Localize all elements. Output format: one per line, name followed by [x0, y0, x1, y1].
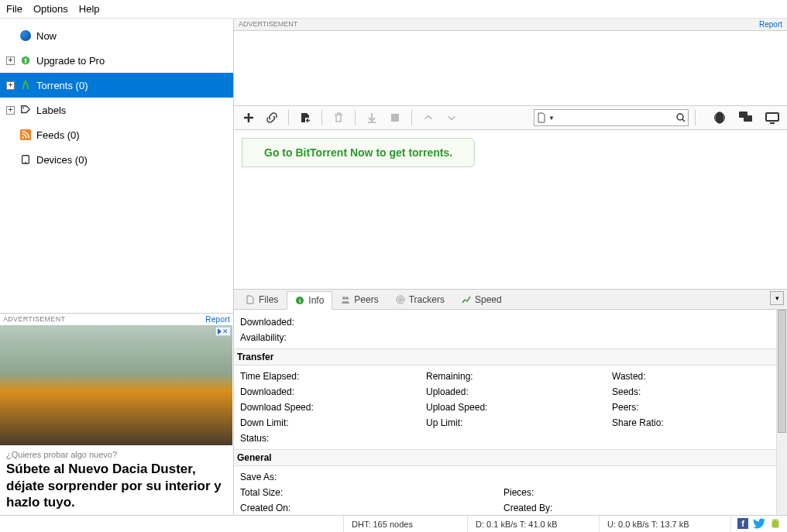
search-dropdown-icon[interactable]: ▼ [547, 115, 556, 122]
sidebar: Now + Upgrade to Pro + Torrents (0) + La… [0, 19, 233, 313]
menu-help[interactable]: Help [79, 3, 100, 15]
ad-report-link[interactable]: Report [205, 315, 230, 324]
chat-button[interactable] [736, 108, 756, 128]
rss-icon [19, 129, 32, 141]
label-created-by: Created By: [503, 500, 781, 515]
search-icon[interactable] [675, 112, 686, 123]
svg-text:i: i [299, 297, 301, 304]
remote-button[interactable] [762, 108, 782, 128]
info-pane: Downloaded: Availability: Transfer Time … [234, 310, 787, 515]
status-dht[interactable]: DHT: 165 nodes [344, 516, 468, 532]
sidebar-label: Torrents (0) [36, 80, 88, 91]
sidebar-item-torrents[interactable]: + Torrents (0) [0, 73, 233, 98]
details-tabs: Files i Info Peers Trackers Speed ▾ [234, 290, 787, 310]
tab-peers[interactable]: Peers [332, 290, 387, 309]
expand-icon[interactable]: + [6, 106, 15, 115]
move-up-button[interactable] [418, 108, 438, 128]
label-pieces: Pieces: [503, 485, 781, 500]
stop-button[interactable] [385, 108, 405, 128]
svg-rect-3 [20, 129, 31, 140]
svg-point-17 [345, 297, 349, 300]
svg-point-4 [22, 136, 24, 139]
info-availability: Availability: [240, 330, 781, 345]
svg-point-9 [677, 114, 683, 120]
start-button[interactable] [362, 108, 382, 128]
sidebar-label: Upgrade to Pro [36, 55, 105, 67]
remove-button[interactable] [328, 108, 349, 128]
torrent-icon [19, 79, 32, 91]
status-upload[interactable]: U: 0.0 kB/s T: 13.7 kB [600, 516, 731, 532]
tab-files[interactable]: Files [237, 290, 287, 309]
move-down-button[interactable] [442, 108, 462, 128]
promo-banner[interactable]: Go to BitTorrent Now to get torrents. [242, 138, 475, 167]
toolbar: ▼ [234, 105, 787, 130]
ad-label: ADVERTISEMENT [3, 315, 65, 324]
add-torrent-button[interactable] [239, 108, 259, 128]
label-total-size: Total Size: [240, 485, 503, 500]
svg-point-1 [24, 81, 27, 84]
status-download[interactable]: D: 0.1 kB/s T: 41.0 kB [468, 516, 600, 532]
label-seeds: Seeds: [612, 384, 781, 400]
label-download-speed: Download Speed: [240, 400, 426, 415]
create-torrent-button[interactable] [295, 108, 315, 128]
sidebar-item-labels[interactable]: + Labels [0, 98, 233, 122]
label-time-elapsed: Time Elapsed: [240, 369, 426, 384]
sidebar-item-devices[interactable]: Devices (0) [0, 147, 233, 172]
svg-rect-13 [766, 113, 778, 121]
android-icon[interactable] [770, 518, 781, 530]
tab-trackers[interactable]: Trackers [387, 290, 453, 309]
twitter-icon[interactable] [753, 518, 765, 530]
sidebar-label: Devices (0) [36, 154, 88, 166]
search-box[interactable]: ▼ [534, 109, 689, 126]
ad-headline[interactable]: Súbete al Nuevo Dacia Duster, déjate sor… [0, 461, 233, 515]
label-share-ratio: Share Ratio: [612, 415, 781, 431]
expand-icon[interactable]: + [6, 81, 15, 90]
upgrade-icon [19, 54, 32, 67]
sidebar-label: Labels [36, 105, 66, 116]
status-empty [0, 516, 344, 532]
svg-point-6 [25, 162, 26, 163]
ad-choices-badge[interactable]: ✕ [215, 327, 231, 336]
bundles-button[interactable] [710, 108, 730, 128]
section-general: General [234, 449, 787, 466]
label-icon [19, 104, 32, 116]
label-downloaded: Downloaded: [240, 384, 426, 400]
search-category-icon[interactable] [536, 112, 547, 123]
expand-icon[interactable]: + [6, 57, 15, 65]
svg-point-2 [23, 108, 25, 109]
ad-label: ADVERTISEMENT [239, 20, 297, 29]
svg-point-23 [774, 520, 775, 521]
svg-text:f: f [741, 519, 744, 528]
status-bar: DHT: 165 nodes D: 0.1 kB/s T: 41.0 kB U:… [0, 515, 787, 532]
label-created-on: Created On: [240, 500, 503, 515]
torrent-list-pane: Go to BitTorrent Now to get torrents. [234, 130, 787, 290]
search-input[interactable] [556, 112, 675, 123]
svg-point-20 [400, 299, 401, 300]
svg-rect-8 [391, 114, 399, 122]
ad-report-link[interactable]: Report [759, 20, 782, 29]
tab-speed[interactable]: Speed [453, 290, 510, 309]
facebook-icon[interactable]: f [737, 518, 748, 530]
sidebar-item-upgrade[interactable]: + Upgrade to Pro [0, 48, 233, 73]
tab-info[interactable]: i Info [287, 291, 332, 310]
collapse-details-button[interactable]: ▾ [770, 291, 784, 305]
svg-rect-12 [744, 115, 752, 122]
top-ad-space [234, 31, 787, 105]
label-peers: Peers: [612, 400, 781, 415]
label-wasted: Wasted: [612, 369, 781, 384]
label-remaining: Remaining: [426, 369, 612, 384]
ad-image[interactable]: ✕ [0, 325, 232, 445]
label-status: Status: [240, 431, 426, 446]
menu-file[interactable]: File [6, 3, 22, 15]
details-scrollbar[interactable] [776, 310, 787, 515]
svg-point-24 [777, 520, 778, 521]
section-transfer: Transfer [234, 348, 787, 366]
social-icons: f [731, 518, 787, 530]
sidebar-item-feeds[interactable]: Feeds (0) [0, 122, 233, 147]
sidebar-item-now[interactable]: Now [0, 23, 233, 48]
menu-options[interactable]: Options [33, 3, 68, 15]
left-column: Now + Upgrade to Pro + Torrents (0) + La… [0, 19, 234, 515]
svg-point-16 [342, 297, 345, 300]
now-icon [19, 29, 32, 42]
add-url-button[interactable] [262, 108, 282, 128]
